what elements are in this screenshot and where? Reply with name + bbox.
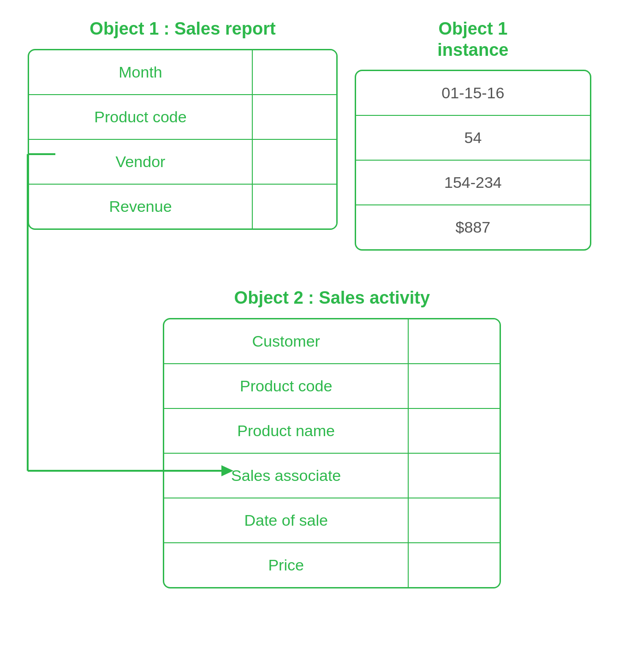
object2-table: Customer Product code Product name Sales… <box>163 318 501 588</box>
field-date-of-sale-value <box>409 498 500 542</box>
field-revenue: Revenue <box>29 185 253 228</box>
field-month-value <box>253 50 336 94</box>
object1-instance-block: Object 1 instance 01-15-16 54 154-234 $8… <box>355 18 591 251</box>
object2-block: Object 2 : Sales activity Customer Produ… <box>28 288 591 588</box>
table-row: Sales associate <box>164 454 500 498</box>
field-product-name-value <box>409 409 500 453</box>
table-row: Price <box>164 543 500 587</box>
field-customer-value <box>409 319 500 363</box>
field-product-code: Product code <box>29 95 253 139</box>
field-product-code-2: Product code <box>164 364 409 408</box>
table-row: Revenue <box>29 185 336 228</box>
field-revenue-value <box>253 185 336 228</box>
field-sales-associate: Sales associate <box>164 454 409 498</box>
table-row: 154-234 <box>356 161 590 205</box>
table-row: 54 <box>356 116 590 161</box>
field-sales-associate-value <box>409 454 500 498</box>
object1-instance-title: Object 1 instance <box>437 18 508 60</box>
instance-value-1: 01-15-16 <box>356 71 590 115</box>
instance-value-2: 54 <box>356 116 590 160</box>
object1-instance-table: 01-15-16 54 154-234 $887 <box>355 70 591 251</box>
field-date-of-sale: Date of sale <box>164 498 409 542</box>
field-product-name: Product name <box>164 409 409 453</box>
object2-inner: Object 2 : Sales activity Customer Produ… <box>163 288 501 588</box>
table-row: Date of sale <box>164 498 500 543</box>
table-row: Product code <box>164 364 500 409</box>
table-row: Vendor <box>29 140 336 185</box>
page-container: Object 1 : Sales report Month Product co… <box>0 0 619 672</box>
table-row: 01-15-16 <box>356 71 590 116</box>
table-row: Product code <box>29 95 336 140</box>
field-product-code-2-value <box>409 364 500 408</box>
field-customer: Customer <box>164 319 409 363</box>
table-row: Month <box>29 50 336 95</box>
object1-title: Object 1 : Sales report <box>89 18 275 40</box>
object1-block: Object 1 : Sales report Month Product co… <box>28 18 338 230</box>
field-price: Price <box>164 543 409 587</box>
object2-title: Object 2 : Sales activity <box>234 288 430 309</box>
instance-value-3: 154-234 <box>356 161 590 204</box>
object1-table: Month Product code Vendor Revenue <box>28 49 338 230</box>
field-vendor-value <box>253 140 336 184</box>
table-row: Product name <box>164 409 500 454</box>
instance-value-4: $887 <box>356 205 590 249</box>
field-price-value <box>409 543 500 587</box>
table-row: $887 <box>356 205 590 249</box>
top-section: Object 1 : Sales report Month Product co… <box>28 18 591 251</box>
field-vendor: Vendor <box>29 140 253 184</box>
field-product-code-value <box>253 95 336 139</box>
field-month: Month <box>29 50 253 94</box>
table-row: Customer <box>164 319 500 364</box>
